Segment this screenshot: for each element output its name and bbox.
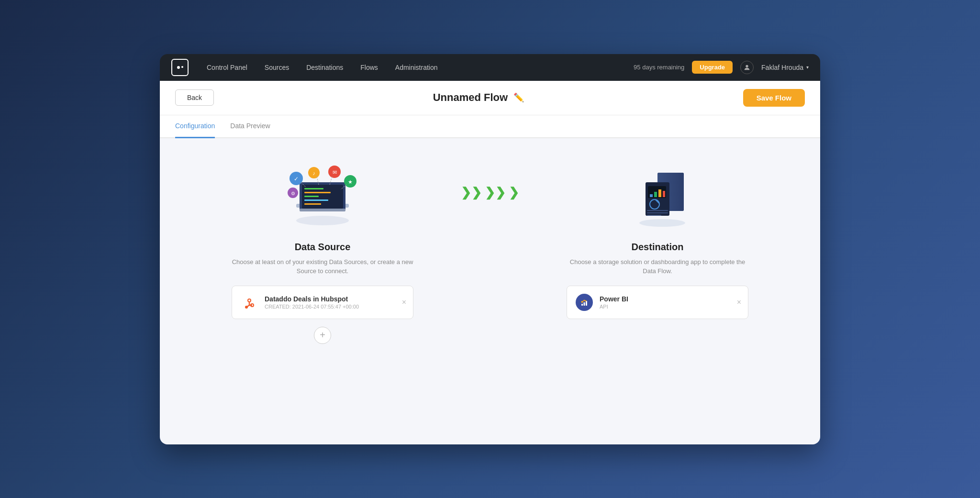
destination-card-subtitle: API [600,304,740,310]
datasource-card-subtitle: CREATED: 2021-06-24 07:55:47 +00:00 [265,304,405,310]
datasource-card-info: Dataddo Deals in Hubspot CREATED: 2021-0… [265,295,405,310]
svg-rect-5 [304,188,323,189]
svg-rect-6 [304,192,331,193]
svg-text:♪: ♪ [312,170,315,176]
user-name[interactable]: Faklaf Hrouda ▾ [761,64,809,71]
add-datasource-button[interactable]: + [314,327,331,344]
flow-canvas: ✓ ♪ ✉ ★ ⚙ [160,138,820,363]
svg-rect-7 [304,196,319,197]
svg-rect-49 [586,301,587,306]
datasource-card-title: Dataddo Deals in Hubspot [265,295,405,303]
flow-arrow-area: ❯❯ ❯❯ ❯ [442,157,538,199]
arrow-chevron-3: ❯ [509,186,519,199]
flow-columns: ✓ ♪ ✉ ★ ⚙ [203,157,777,344]
logo-dot-2 [181,66,183,68]
arrows-row: ❯❯ ❯❯ ❯ [461,186,519,199]
svg-rect-47 [581,304,583,306]
svg-rect-39 [658,189,661,197]
navbar: Control Panel Sources Destinations Flows… [160,54,820,81]
svg-point-54 [585,300,587,301]
datasource-desc: Choose at least on of your existing Data… [232,257,413,276]
arrow-chevron-1: ❯❯ [461,186,482,199]
destination-desc: Choose a storage solution or dashboardin… [567,257,748,276]
user-menu-chevron: ▾ [806,65,809,70]
destination-card-remove[interactable]: × [737,298,741,307]
datasource-title: Data Source [295,242,351,253]
svg-rect-37 [650,194,653,197]
tab-data-preview[interactable]: Data Preview [230,115,270,138]
nav-logo [171,59,189,76]
svg-rect-10 [300,209,345,211]
logo-icon [171,59,189,76]
svg-rect-38 [654,192,657,197]
svg-text:★: ★ [348,179,353,185]
destination-title: Destination [632,242,684,253]
arrow-chevron-2: ❯❯ [485,186,506,199]
tabs-bar: Configuration Data Preview [160,115,820,138]
destination-card-title: Power BI [600,295,740,303]
datasource-card: Dataddo Deals in Hubspot CREATED: 2021-0… [232,286,413,319]
svg-text:✉: ✉ [333,169,337,175]
svg-rect-44 [647,215,661,216]
upgrade-button[interactable]: Upgrade [692,61,733,74]
save-flow-button[interactable]: Save Flow [743,89,805,107]
back-button[interactable]: Back [175,89,214,106]
destination-card-info: Power BI API [600,295,740,310]
app-container: Control Panel Sources Destinations Flows… [160,54,820,444]
destination-illustration [614,157,701,234]
logo-dot-1 [177,66,180,69]
edit-icon[interactable]: ✏️ [513,92,524,103]
logo-dots [177,66,183,69]
destination-column: Destination Choose a storage solution or… [538,157,777,325]
svg-text:⚙: ⚙ [291,191,295,196]
datasource-illustration: ✓ ♪ ✉ ★ ⚙ [279,157,366,234]
days-remaining: 95 days remaining [634,64,684,71]
datasource-card-remove[interactable]: × [402,298,406,307]
svg-rect-48 [584,302,585,306]
nav-sources[interactable]: Sources [258,54,296,81]
page-title: Unnamed Flow [433,91,508,104]
page-header: Back Unnamed Flow ✏️ Save Flow [160,81,820,115]
svg-point-1 [296,216,349,225]
svg-rect-43 [647,212,668,213]
svg-text:✓: ✓ [294,176,299,182]
nav-destinations[interactable]: Destinations [300,54,350,81]
tab-configuration[interactable]: Configuration [175,115,215,138]
svg-rect-40 [663,191,665,197]
svg-point-26 [248,299,250,301]
destination-card: Power BI API × [567,286,748,319]
nav-right: 95 days remaining Upgrade Faklaf Hrouda … [634,61,809,74]
datasource-column: ✓ ♪ ✉ ★ ⚙ [203,157,442,344]
nav-administration[interactable]: Administration [389,54,445,81]
hubspot-icon [240,293,259,312]
powerbi-icon-container [575,293,594,312]
svg-point-53 [584,299,585,301]
svg-rect-8 [304,199,328,201]
svg-point-32 [245,306,248,309]
nav-flows[interactable]: Flows [354,54,385,81]
svg-point-0 [746,65,748,67]
nav-control-panel[interactable]: Control Panel [200,54,254,81]
svg-rect-42 [647,210,668,211]
svg-rect-9 [304,203,321,205]
svg-point-45 [639,219,685,227]
main-area: Back Unnamed Flow ✏️ Save Flow Configura… [160,81,820,444]
user-avatar-icon [740,61,754,74]
page-title-area: Unnamed Flow ✏️ [214,91,743,104]
powerbi-icon [576,294,593,311]
